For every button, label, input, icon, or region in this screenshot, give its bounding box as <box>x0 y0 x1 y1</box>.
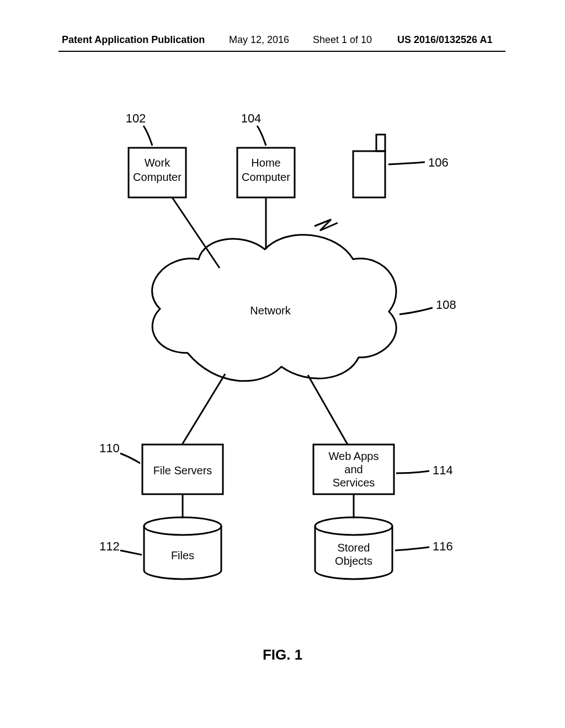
figure-1-diagram: Work Computer 102 Home Computer 104 106 <box>0 0 565 728</box>
network-label: Network <box>250 304 291 317</box>
svg-point-10 <box>144 517 221 535</box>
home-computer-node: Home Computer <box>237 148 295 197</box>
web-apps-label-2: and <box>344 463 363 475</box>
web-apps-label-3: Services <box>333 477 375 489</box>
files-cylinder: Files <box>144 517 221 579</box>
svg-text:102: 102 <box>126 111 146 125</box>
page: Patent Application Publication May 12, 2… <box>0 0 565 728</box>
svg-rect-5 <box>376 135 385 151</box>
stored-objects-label-1: Stored <box>338 542 370 554</box>
home-computer-label-1: Home <box>251 157 280 169</box>
svg-text:112: 112 <box>99 539 120 553</box>
svg-text:108: 108 <box>436 298 456 312</box>
web-apps-node: Web Apps and Services <box>313 445 394 494</box>
wireless-icon <box>315 220 338 231</box>
ref-106: 106 <box>388 156 449 169</box>
work-computer-label-2: Computer <box>133 171 182 183</box>
ref-104: 104 <box>241 111 266 146</box>
svg-text:104: 104 <box>241 111 262 125</box>
work-computer-label-1: Work <box>145 157 170 169</box>
ref-102: 102 <box>126 111 152 146</box>
ref-114: 114 <box>396 463 453 477</box>
svg-point-14 <box>315 517 392 535</box>
svg-text:116: 116 <box>433 539 453 553</box>
ref-112: 112 <box>99 539 142 555</box>
figure-caption: FIG. 1 <box>0 646 565 663</box>
edge-work-to-network <box>172 197 220 268</box>
files-label: Files <box>171 549 194 561</box>
svg-text:114: 114 <box>433 463 453 477</box>
home-computer-label-2: Computer <box>242 171 290 183</box>
ref-108: 108 <box>399 298 456 314</box>
svg-text:110: 110 <box>99 441 120 455</box>
mobile-device-icon <box>353 135 385 197</box>
stored-objects-label-2: Objects <box>335 555 372 567</box>
ref-110: 110 <box>99 441 140 463</box>
ref-116: 116 <box>395 539 453 553</box>
edge-network-to-fileservers <box>182 374 225 445</box>
work-computer-node: Work Computer <box>129 148 186 197</box>
network-cloud: Network <box>152 235 397 381</box>
svg-text:106: 106 <box>428 156 449 169</box>
stored-objects-cylinder: Stored Objects <box>315 517 392 579</box>
file-servers-node: File Servers <box>142 445 223 494</box>
file-servers-label: File Servers <box>153 464 212 477</box>
edge-network-to-webapps <box>308 375 348 445</box>
web-apps-label-1: Web Apps <box>329 450 379 462</box>
svg-rect-4 <box>353 151 385 197</box>
